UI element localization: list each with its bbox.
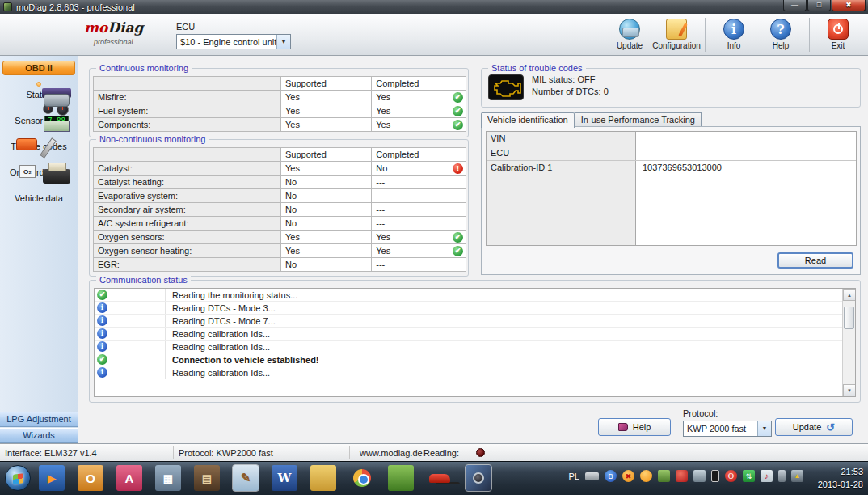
protocol-dropdown[interactable]: KWP 2000 fast ▼ xyxy=(683,421,772,437)
monitoring-row: Components: Yes Yes xyxy=(94,118,466,132)
window-title: moDiag 2.8.603 - professional xyxy=(16,2,135,12)
sidebar-header-obd2[interactable]: OBD II xyxy=(2,61,75,75)
maximize-button[interactable]: □ xyxy=(807,0,831,11)
vehicle-id-row: ECU xyxy=(487,146,856,161)
fuel-app-icon[interactable] xyxy=(388,465,414,491)
access-icon[interactable]: A xyxy=(116,465,142,491)
opera-icon[interactable]: O xyxy=(725,470,737,482)
help-button[interactable]: ? Help xyxy=(757,16,804,53)
column-header-supported: Supported xyxy=(281,148,372,162)
info-button[interactable]: i Info xyxy=(710,16,757,53)
log-row: Reading DTCs - Mode 3... xyxy=(95,302,855,315)
battery-icon[interactable] xyxy=(711,470,719,482)
toolbar: moDiag professional ECU $10 - Engine con… xyxy=(0,14,868,56)
communication-status-group: Communication status Reading the monitor… xyxy=(89,280,861,403)
volume-icon[interactable]: ♪ xyxy=(761,470,773,482)
word-icon[interactable]: W xyxy=(272,465,297,491)
blocked-notification-icon[interactable]: ✖ xyxy=(622,470,634,482)
vertical-scrollbar[interactable]: ▲ ▼ xyxy=(842,289,855,396)
configuration-tools-icon xyxy=(666,19,687,40)
group-title: Communication status xyxy=(96,275,191,285)
update-globe-icon xyxy=(619,19,640,40)
group-title: Status of trouble codes xyxy=(488,63,586,73)
logo-text-dark: Diag xyxy=(107,19,143,36)
update-button[interactable]: Update xyxy=(606,16,653,53)
statusbar-protocol: Protocol: KWP2000 fast xyxy=(174,446,293,459)
app-icon xyxy=(3,2,12,11)
tab-vehicle-identification[interactable]: Vehicle identification xyxy=(481,112,575,128)
title-bar[interactable]: moDiag 2.8.603 - professional — □ ✖ xyxy=(0,0,868,14)
main-content: Continuous monitoring Supported Complete… xyxy=(78,56,868,443)
mil-engine-icon xyxy=(488,74,524,100)
scroll-down-icon[interactable]: ▼ xyxy=(843,384,856,396)
configuration-button[interactable]: Configuration xyxy=(653,16,700,53)
ecu-dropdown[interactable]: $10 - Engine control unit ▼ xyxy=(176,34,291,49)
log-status-icon xyxy=(97,341,107,352)
communication-log-list[interactable]: Reading the monitoring status... Reading… xyxy=(94,288,856,397)
update-bottom-button[interactable]: Update ↺ xyxy=(775,418,853,436)
explorer-icon[interactable] xyxy=(310,465,336,491)
exit-button[interactable]: Exit xyxy=(815,16,862,53)
protocol-dropdown-value: KWP 2000 fast xyxy=(684,424,757,434)
group-title: Non-continuous monitoring xyxy=(96,134,209,144)
display-icon[interactable] xyxy=(693,470,706,482)
info-icon: i xyxy=(723,19,744,40)
statusbar-website: www.modiag.de xyxy=(360,448,423,458)
sidebar-button-wizards[interactable]: Wizards xyxy=(0,428,78,443)
read-button[interactable]: Read xyxy=(777,252,853,269)
tab-in-use-performance-tracking[interactable]: In-use Performance Tracking xyxy=(575,112,702,127)
winrar-icon[interactable]: ▤ xyxy=(194,465,220,491)
update-notifier-icon[interactable] xyxy=(640,470,652,482)
chrome-icon[interactable] xyxy=(349,465,375,491)
non-continuous-monitoring-table: Supported Completed Catalyst: Yes No Cat… xyxy=(93,147,466,272)
power-icon xyxy=(828,19,849,40)
start-button[interactable] xyxy=(5,465,31,491)
modiag-logo: moDiag professional xyxy=(84,21,143,49)
network-traffic-icon[interactable]: ⇅ xyxy=(743,470,755,482)
protocol-label: Protocol: xyxy=(683,408,718,418)
antivirus-icon[interactable] xyxy=(676,470,688,482)
taskbar-clock[interactable]: 21:53 2013-01-28 xyxy=(818,465,863,491)
network-warning-icon[interactable]: ▲ xyxy=(791,470,803,482)
toolbar-separator xyxy=(809,18,810,52)
statusbar-interface: Interface: ELM327 v1.4 xyxy=(0,446,174,459)
green-app-icon[interactable] xyxy=(658,470,670,482)
ecu-label: ECU xyxy=(176,22,291,32)
language-indicator[interactable]: PL xyxy=(569,470,579,482)
sidebar-item-trouble-codes[interactable]: Trouble codes xyxy=(0,130,78,151)
log-row: Connection to vehicle established! xyxy=(95,353,855,366)
trouble-codes-status-group: Status of trouble codes MIL status: OFF … xyxy=(481,68,861,108)
outlook-icon[interactable]: O xyxy=(78,465,103,491)
scroll-up-icon[interactable]: ▲ xyxy=(843,289,856,301)
sidebar-button-lpg-adjustment[interactable]: LPG Adjustment xyxy=(0,412,78,427)
sidebar-item-vehicle-data[interactable]: Vehicle data xyxy=(0,182,78,203)
power-plug-icon[interactable] xyxy=(778,470,786,482)
car-app-icon[interactable] xyxy=(427,465,453,491)
modiag-taskbar-icon[interactable] xyxy=(466,465,491,491)
ecu-dropdown-value: $10 - Engine control unit xyxy=(177,37,276,47)
log-row: Reading calibration Ids... xyxy=(95,341,855,353)
log-row: Reading the monitoring status... xyxy=(95,289,855,302)
monitoring-row: Evaporative system: No --- xyxy=(94,189,466,203)
paint-icon[interactable]: ✎ xyxy=(233,465,259,491)
statusbar-empty-segment xyxy=(293,446,350,459)
keyboard-icon[interactable] xyxy=(585,472,599,480)
modiag-window: moDiag 2.8.603 - professional — □ ✖ moDi… xyxy=(0,0,868,495)
vehicle-id-row: VIN xyxy=(487,132,856,146)
monitoring-row: Catalyst heating: No --- xyxy=(94,176,466,189)
chevron-down-icon[interactable]: ▼ xyxy=(276,35,290,49)
clock-time: 21:53 xyxy=(818,465,863,478)
column-header-supported: Supported xyxy=(281,77,372,91)
status-result-icon xyxy=(453,232,463,243)
non-continuous-monitoring-group: Non-continuous monitoring Supported Comp… xyxy=(89,139,469,277)
chevron-down-icon[interactable]: ▼ xyxy=(757,421,771,436)
status-result-icon xyxy=(453,106,463,116)
close-button[interactable]: ✖ xyxy=(832,0,866,11)
scrollbar-thumb[interactable] xyxy=(844,307,854,329)
calculator-icon[interactable]: ▦ xyxy=(155,465,181,491)
bluetooth-icon[interactable]: B xyxy=(605,470,617,482)
log-status-icon xyxy=(97,315,107,326)
media-player-icon[interactable]: ▶ xyxy=(39,465,65,491)
minimize-button[interactable]: — xyxy=(783,0,807,11)
help-bottom-button[interactable]: Help xyxy=(598,418,671,436)
